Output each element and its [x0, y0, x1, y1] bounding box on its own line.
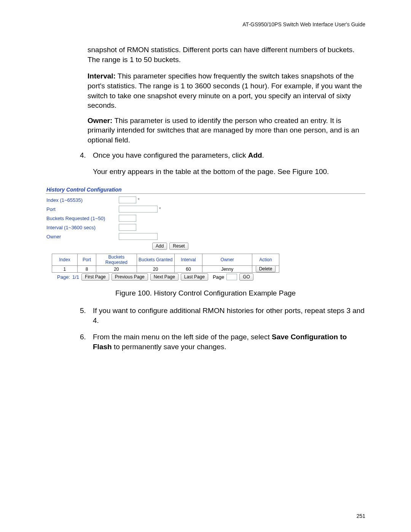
page-number: 251	[357, 513, 365, 519]
step-5-number: 5.	[80, 306, 89, 325]
pager-page-word: Page	[213, 274, 224, 280]
step-4-add-word: Add	[248, 151, 262, 159]
cell-buckets-requested: 20	[96, 266, 137, 273]
para-snapshot: snapshot of RMON statistics. Different p…	[88, 45, 365, 64]
label-port: Port	[46, 206, 119, 212]
col-interval: Interval	[174, 254, 202, 266]
step-5-text: If you want to configure additional RMON…	[93, 306, 365, 325]
col-owner: Owner	[202, 254, 252, 266]
previous-page-button[interactable]: Previous Page	[112, 273, 148, 281]
table-row: 1 8 20 20 60 Jenny Delete	[52, 266, 279, 273]
col-index: Index	[52, 254, 78, 266]
step-6-after: to permanently save your changes.	[112, 343, 226, 351]
input-buckets[interactable]	[119, 215, 136, 222]
cell-interval: 60	[174, 266, 202, 273]
step-4-line2: Your entry appears in the table at the b…	[93, 167, 365, 177]
next-page-button[interactable]: Next Page	[150, 273, 178, 281]
label-buckets: Buckets Requested (1~50)	[46, 216, 119, 221]
pager-page-label: Page:	[57, 274, 70, 280]
col-buckets-granted: Buckets Granted	[137, 254, 174, 266]
text-owner: This parameter is used to identify the p…	[88, 117, 359, 144]
step-6-before: From the main menu on the left side of t…	[93, 333, 272, 341]
step-4: 4. Once you have configured the paramete…	[80, 150, 365, 177]
col-action: Action	[252, 254, 279, 266]
running-header: AT-GS950/10PS Switch Web Interface User'…	[46, 21, 365, 27]
label-owner: Owner:	[88, 117, 112, 125]
figure-caption: Figure 100. History Control Configuratio…	[46, 289, 365, 297]
step-6: 6. From the main menu on the left side o…	[80, 332, 365, 351]
text-interval: This parameter specifies how frequently …	[88, 72, 362, 109]
step-4-line1-after: .	[262, 151, 264, 159]
go-button[interactable]: GO	[239, 273, 253, 281]
cell-index: 1	[52, 266, 78, 273]
label-index: Index (1~65535)	[46, 197, 119, 203]
step-4-line1-before: Once you have configured the parameters,…	[93, 151, 248, 159]
first-page-button[interactable]: First Page	[81, 273, 109, 281]
history-control-config-panel: History Control Configuration Index (1~6…	[46, 187, 365, 281]
pager-page-input[interactable]	[226, 274, 237, 280]
label-interval-field: Interval (1~3600 secs)	[46, 225, 119, 230]
label-owner-field: Owner	[46, 234, 119, 240]
reset-button[interactable]: Reset	[169, 243, 188, 250]
add-button[interactable]: Add	[152, 243, 167, 250]
pager-page-value: 1/1	[72, 274, 79, 280]
cell-buckets-granted: 20	[137, 266, 174, 273]
para-owner: Owner: This parameter is used to identif…	[88, 116, 365, 145]
last-page-button[interactable]: Last Page	[181, 273, 208, 281]
step-5: 5. If you want to configure additional R…	[80, 306, 365, 325]
input-interval[interactable]	[119, 224, 136, 231]
col-port: Port	[77, 254, 96, 266]
delete-button[interactable]: Delete	[256, 265, 276, 272]
history-table: Index Port Buckets Requested Buckets Gra…	[52, 254, 279, 273]
required-star-icon: *	[159, 206, 161, 212]
cell-owner: Jenny	[202, 266, 252, 273]
input-index[interactable]	[119, 197, 136, 203]
input-port[interactable]	[119, 206, 158, 212]
col-buckets-requested: Buckets Requested	[96, 254, 137, 266]
panel-title: History Control Configuration	[46, 187, 365, 194]
step-4-number: 4.	[80, 150, 89, 177]
para-interval: Interval: This parameter specifies how f…	[88, 71, 365, 110]
label-interval: Interval:	[88, 72, 116, 80]
step-6-number: 6.	[80, 332, 89, 351]
required-star-icon: *	[138, 197, 140, 203]
cell-port: 8	[77, 266, 96, 273]
input-owner[interactable]	[119, 233, 158, 240]
pager: Page: 1/1 First Page Previous Page Next …	[57, 273, 365, 281]
